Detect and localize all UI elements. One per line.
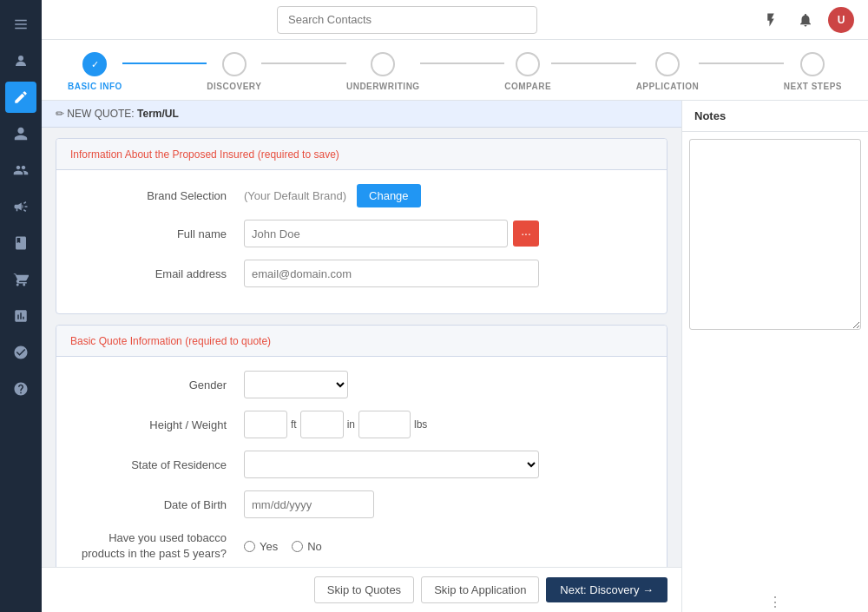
tobacco-control: Yes No <box>244 540 539 553</box>
footer-bar: Skip to Quotes Skip to Application Next:… <box>42 567 681 612</box>
weight-lbs-input[interactable] <box>358 411 411 438</box>
fullname-input[interactable] <box>244 220 508 247</box>
tobacco-label: Have you used tobacco products in the pa… <box>70 530 244 562</box>
notes-panel: Notes ⋮ <box>681 101 868 612</box>
tobacco-no-radio[interactable] <box>292 541 303 552</box>
ft-label: ft <box>291 418 297 431</box>
fullname-dots-button[interactable]: ··· <box>513 220 539 247</box>
step-connector-3 <box>420 63 505 64</box>
tobacco-yes-option[interactable]: Yes <box>244 540 278 553</box>
gender-control: Male Female <box>244 371 539 398</box>
insured-required: (required to save) <box>258 148 339 161</box>
quote-section-header: Basic Quote Information (required to quo… <box>56 326 667 357</box>
step-circle-compare <box>516 52 540 76</box>
email-input[interactable] <box>244 260 539 287</box>
insured-section: Information About the Proposed Insured (… <box>56 138 667 314</box>
step-connector-1 <box>122 63 207 64</box>
quote-header-prefix: ✏ NEW QUOTE: <box>56 108 135 120</box>
notes-body <box>682 132 868 592</box>
quote-section-title: Basic Quote Information <box>70 335 182 347</box>
sidebar-item-menu[interactable] <box>5 9 36 40</box>
step-discovery[interactable]: DISCOVERY <box>207 52 261 91</box>
tobacco-yes-radio[interactable] <box>244 541 255 552</box>
step-circle-basic-info: ✓ <box>82 52 107 76</box>
notification-icon[interactable] <box>793 8 818 32</box>
hw-control: ft in lbs <box>244 411 539 438</box>
sidebar-item-chart[interactable] <box>5 300 36 332</box>
step-connector-4 <box>551 63 636 64</box>
email-control <box>244 260 539 287</box>
sidebar-item-edit[interactable] <box>5 82 36 113</box>
avatar[interactable]: U <box>828 7 854 33</box>
sidebar-item-book[interactable] <box>5 227 36 259</box>
dob-row: Date of Birth <box>70 490 653 518</box>
skip-quotes-button[interactable]: Skip to Quotes <box>314 576 414 603</box>
topbar: U <box>42 0 868 40</box>
sidebar-item-user-manage[interactable] <box>5 337 36 368</box>
step-label-next-steps: NEXT STEPS <box>784 82 842 91</box>
step-application[interactable]: APPLICATION <box>636 52 700 91</box>
brand-row: Brand Selection (Your Default Brand) Cha… <box>70 184 653 207</box>
fullname-row: Full name ··· <box>70 220 653 247</box>
dob-label: Date of Birth <box>70 498 244 511</box>
gender-select[interactable]: Male Female <box>244 371 348 398</box>
fullname-control: ··· <box>244 220 539 247</box>
step-circle-application <box>655 52 680 76</box>
state-row: State of Residence <box>70 451 653 478</box>
insured-title: Information About the Proposed Insured <box>70 148 254 161</box>
step-compare[interactable]: COMPARE <box>504 52 551 91</box>
next-discovery-button[interactable]: Next: Discovery → <box>546 577 667 602</box>
svg-rect-0 <box>15 20 27 22</box>
gender-row: Gender Male Female <box>70 371 653 398</box>
sidebar-item-campaign[interactable] <box>5 191 36 222</box>
dob-input[interactable] <box>244 490 374 518</box>
state-control <box>244 451 539 478</box>
tobacco-no-option[interactable]: No <box>292 540 322 553</box>
quote-header: ✏ NEW QUOTE: Term/UL <box>42 101 681 128</box>
sidebar-item-help[interactable] <box>5 373 36 405</box>
svg-rect-1 <box>15 23 27 25</box>
step-label-application: APPLICATION <box>636 82 700 91</box>
step-connector-2 <box>261 63 346 64</box>
resize-handle[interactable]: ⋮ <box>682 592 868 612</box>
step-basic-info[interactable]: ✓ BASIC INFO <box>68 52 122 91</box>
svg-point-3 <box>18 56 23 61</box>
height-ft-input[interactable] <box>244 411 287 438</box>
lightning-icon[interactable] <box>759 8 783 32</box>
step-circle-discovery <box>222 52 247 76</box>
gender-label: Gender <box>70 378 244 392</box>
height-in-input[interactable] <box>300 411 344 438</box>
brand-label: Brand Selection <box>70 189 244 202</box>
step-connector-5 <box>699 63 784 64</box>
email-row: Email address <box>70 260 653 287</box>
notes-header: Notes <box>682 101 868 132</box>
search-input[interactable] <box>277 6 537 34</box>
quote-section: Basic Quote Information (required to quo… <box>56 325 667 567</box>
step-label-compare: COMPARE <box>504 82 551 91</box>
in-label: in <box>347 418 355 431</box>
lbs-label: lbs <box>414 418 427 431</box>
tobacco-row: Have you used tobacco products in the pa… <box>70 530 653 562</box>
sidebar-item-profile[interactable] <box>5 45 36 76</box>
change-brand-button[interactable]: Change <box>357 184 421 207</box>
insured-section-header: Information About the Proposed Insured (… <box>56 139 667 170</box>
sidebar-item-group[interactable] <box>5 155 36 186</box>
notes-textarea[interactable] <box>689 139 861 330</box>
step-underwriting[interactable]: UNDERWRITING <box>346 52 420 91</box>
scrollable-content: Information About the Proposed Insured (… <box>42 128 681 567</box>
step-next-steps[interactable]: NEXT STEPS <box>784 52 842 91</box>
quote-required: (required to quote) <box>185 335 271 347</box>
step-circle-underwriting <box>371 52 395 76</box>
skip-application-button[interactable]: Skip to Application <box>421 576 539 603</box>
step-label-underwriting: UNDERWRITING <box>346 82 420 91</box>
sidebar-item-person[interactable] <box>5 118 36 149</box>
insured-form-body: Brand Selection (Your Default Brand) Cha… <box>56 170 667 313</box>
progress-bar: ✓ BASIC INFO DISCOVERY UNDERWRITING COMP… <box>42 40 868 101</box>
content-notes-wrap: ✏ NEW QUOTE: Term/UL Information About t… <box>42 101 681 612</box>
state-select[interactable] <box>244 451 539 478</box>
quote-type: Term/UL <box>137 108 179 120</box>
fullname-wrap: ··· <box>244 220 539 247</box>
sidebar-item-cart[interactable] <box>5 264 36 295</box>
email-label: Email address <box>70 267 244 280</box>
main-area: U ✓ BASIC INFO DISCOVERY UNDERWRITING CO… <box>42 0 868 612</box>
